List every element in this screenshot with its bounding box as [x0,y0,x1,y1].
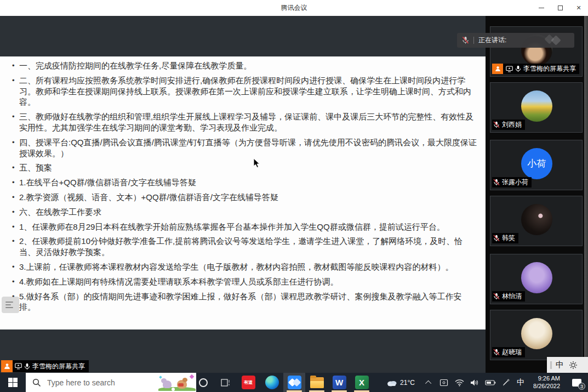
tray-overflow-button[interactable] [422,373,436,392]
volume-icon [470,379,479,387]
maximize-icon [558,5,563,10]
minimize-icon [539,8,544,8]
taskbar-search[interactable] [26,373,196,392]
doc-bullet-list: 一、完成疫情防控期间的在线教学任务,尽量保障在线教学质量。二、所有课程均应按照教… [0,56,486,313]
participant-name: 刘西娟 [502,120,522,129]
participant-label: 张露小荷 [492,177,532,188]
tray-weather[interactable]: 21°C [385,373,416,392]
mic-muted-icon [493,121,500,128]
screen-share-status-label: 李雪梅的屏幕共享 [1,360,89,372]
doc-bullet-item: 一、完成疫情防控期间的在线教学任务,尽量保障在线教学质量。 [12,60,477,71]
window-title: 腾讯会议 [281,3,307,13]
participant-label: 李雪梅的屏幕共享 [492,64,579,74]
notification-badge: 3 [578,383,585,390]
participant-label: 刘西娟 [492,120,525,130]
doc-bullet-item: 五、预案 [12,162,477,173]
screen-share-stage: 一、完成疫情防控期间的在线教学任务,尽量保障在线教学质量。二、所有课程均应按照教… [0,16,486,373]
doc-bullet-item: 六、在线教学工作要求 [12,207,477,218]
close-button[interactable]: ✕ [569,0,588,16]
participant-tile[interactable]: 林怡清 [490,254,583,304]
mic-muted-icon [462,36,469,44]
ime-toolbar[interactable]: 中 [547,357,588,373]
participants-sidebar: 李雪梅的屏幕共享 刘西娟 小荷 张露小荷 韩笑 [486,16,588,373]
tray-clock[interactable]: 9:26 AM 8/26/2022 [528,373,560,392]
tray-network[interactable] [452,373,467,392]
tray-ime-indicator[interactable]: 中 [513,373,528,392]
action-center-button[interactable]: 3 [566,373,588,392]
participant-tile[interactable]: 赵晓瑞 [490,310,583,360]
doc-bullet-item: 三、教师做好在线教学的组织和管理,组织学生开展线上课程学习及辅导，保证课前、课中… [12,111,477,133]
participant-name: 赵晓瑞 [502,348,522,357]
mouse-cursor [253,158,260,168]
temperature-label: 21°C [400,379,415,387]
taskbar-app-edge[interactable] [261,373,283,392]
participant-name: 林怡清 [502,292,522,301]
participant-tile[interactable]: 韩笑 [490,196,583,246]
excel-icon: X [355,376,369,389]
maximize-button[interactable] [551,0,569,16]
tray-time: 9:26 AM [538,375,560,383]
tray-date: 8/26/2022 [533,383,560,390]
mic-muted-icon [493,179,500,186]
taskbar-app-youdao[interactable]: 有道 [237,373,259,392]
divider [473,37,474,44]
participant-name: 韩笑 [502,234,515,243]
drag-handle-icon[interactable] [550,361,552,369]
battery-icon [485,379,496,386]
screen-share-icon [506,66,513,72]
participant-tile[interactable]: 小荷 张露小荷 [490,140,583,190]
youdao-icon: 有道 [242,376,255,389]
doc-bullet-item: 3.上课前，任课教师将本课程教材内容发送给学生（电子版教材，教材内容拍照，教材截… [12,262,477,272]
taskbar: 有道 W X 21°C [0,373,588,392]
tray-volume[interactable] [467,373,482,392]
avatar [521,318,552,349]
minimize-button[interactable] [532,0,551,16]
screen-share-icon [15,363,22,370]
window-titlebar: 腾讯会议 ✕ [0,0,588,16]
tablet-icon [439,379,448,387]
tray-tablet-mode[interactable] [436,373,452,392]
taskbar-app-excel[interactable]: X [351,373,373,392]
cloud-icon [386,379,397,387]
share-status-icons [492,64,522,74]
doc-bullet-item: 2.教学资源（视频、语音、文本）+QQ群/微信群语音/文字在线辅导答疑 [12,192,477,203]
participant-tile[interactable]: 刘西娟 [490,82,583,133]
taskbar-app-word[interactable]: W [328,373,350,392]
presenter-icon [492,64,503,74]
participant-label: 林怡清 [492,291,525,302]
wifi-icon [455,379,464,387]
mic-muted-icon [493,235,500,242]
participant-label: 韩笑 [492,233,518,243]
avatar [521,90,552,122]
avatar: 小荷 [521,148,552,179]
outline-list-icon[interactable] [2,297,19,313]
speaking-label: 正在讲话: [478,36,506,45]
chevron-up-icon [425,380,431,386]
doc-bullet-item: 二、所有课程均应按照教务系统教学时间安排进行,确保教师在所授课程时间段内进行授课… [12,75,477,107]
doc-bullet-item: 4.教师如在上课期间有特殊情况需要处理请联系本科教学管理人员或系部主任进行协调。 [12,276,477,287]
search-icon [32,378,41,387]
avatar [521,262,552,293]
edge-icon [265,376,279,389]
participant-name: 张露小荷 [502,178,528,187]
mic-icon [24,363,30,370]
tencent-meeting-icon [288,376,301,389]
task-view-button[interactable] [215,373,237,392]
search-doodle-dogs [158,374,196,391]
tray-pen[interactable] [499,373,513,392]
mic-muted-icon [493,349,500,356]
taskbar-app-file-explorer[interactable] [306,373,328,392]
ime-language-button[interactable]: 中 [556,360,564,370]
start-button[interactable] [0,373,26,392]
taskbar-app-tencent-meeting[interactable] [283,373,305,392]
shared-document: 一、完成疫情防控期间的在线教学任务,尽量保障在线教学质量。二、所有课程均应按照教… [0,56,486,329]
share-label-text: 李雪梅的屏幕共享 [32,362,85,371]
gear-icon[interactable] [569,361,578,370]
cortana-icon [199,378,208,387]
participant-name: 李雪梅的屏幕共享 [523,64,576,73]
window-controls: ✕ [532,0,588,16]
cortana-button[interactable] [193,373,214,392]
sidebar-scrollbar[interactable] [584,16,588,373]
tray-battery[interactable] [482,373,499,392]
word-icon: W [333,376,346,389]
